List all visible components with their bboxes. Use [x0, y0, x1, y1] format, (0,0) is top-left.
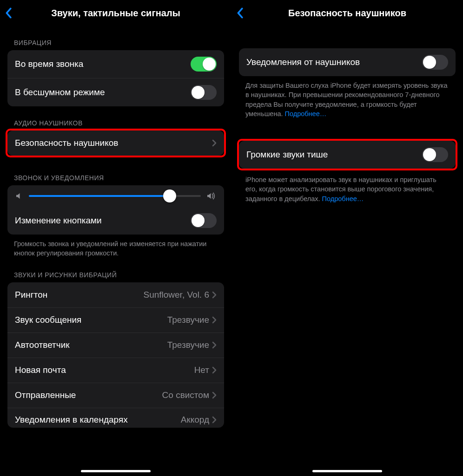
page-title: Звуки, тактильные сигналы — [51, 8, 180, 19]
row-value: Sunflower, Vol. 6 — [143, 290, 209, 300]
group-headphone-safety: Безопасность наушников — [7, 130, 224, 156]
footer-headphone-notifications: Для защиты Вашего слуха iPhone будет изм… — [232, 76, 463, 118]
row-label: Уведомления в календарях — [15, 415, 128, 425]
row-label: Новая почта — [15, 365, 66, 375]
row-vibrate-on-ring[interactable]: Во время звонка — [7, 50, 224, 78]
row-text-tone[interactable]: Звук сообщения Трезвучие — [7, 307, 224, 333]
volume-high-icon — [206, 192, 217, 200]
volume-slider[interactable] — [29, 195, 201, 197]
chevron-right-icon — [212, 416, 217, 424]
group-vibration: Во время звонка В бесшумном режиме — [7, 50, 224, 106]
chevron-right-icon — [212, 341, 217, 349]
row-label: Уведомления от наушников — [246, 57, 360, 67]
nav-header: Звуки, тактильные сигналы — [0, 0, 232, 26]
footer-ringer: Громкость звонка и уведомлений не изменя… — [0, 235, 232, 258]
footer-reduce-loud: iPhone может анализировать звук в наушни… — [232, 169, 463, 203]
row-value: Трезвучие — [167, 315, 209, 325]
toggle-change-with-buttons[interactable] — [191, 213, 217, 228]
row-volume-slider[interactable] — [7, 185, 224, 207]
section-header-ringer: ЗВОНОК И УВЕДОМЛЕНИЯ — [0, 156, 232, 185]
volume-low-icon — [15, 192, 23, 200]
row-new-mail[interactable]: Новая почта Нет — [7, 358, 224, 383]
learn-more-link[interactable]: Подробнее… — [322, 195, 364, 202]
toggle-knob — [423, 56, 436, 69]
section-header-vibration: ВИБРАЦИЯ — [0, 26, 232, 50]
toggle-knob — [203, 58, 216, 71]
row-label: Безопасность наушников — [15, 138, 118, 148]
row-value: Трезвучие — [167, 340, 209, 350]
row-headphone-notifications[interactable]: Уведомления от наушников — [239, 48, 456, 76]
chevron-right-icon — [212, 139, 217, 147]
learn-more-link[interactable]: Подробнее… — [285, 110, 327, 117]
back-button[interactable] — [236, 7, 244, 19]
section-header-headphone-audio: АУДИО НАУШНИКОВ — [0, 106, 232, 130]
chevron-right-icon — [212, 291, 217, 299]
row-headphone-safety[interactable]: Безопасность наушников — [7, 130, 224, 156]
toggle-reduce-loud[interactable] — [422, 147, 448, 162]
toggle-knob — [423, 148, 436, 161]
chevron-right-icon — [212, 391, 217, 399]
row-value: Со свистом — [162, 390, 209, 400]
toggle-vibrate-on-ring[interactable] — [191, 57, 217, 72]
nav-header: Безопасность наушников — [232, 0, 463, 26]
footer-text-body: Для защиты Вашего слуха iPhone будет изм… — [245, 82, 447, 117]
row-label: Автоответчик — [15, 340, 70, 350]
row-label: Звук сообщения — [15, 315, 81, 325]
row-vibrate-on-silent[interactable]: В бесшумном режиме — [7, 78, 224, 106]
highlight-reduce-loud: Громкие звуки тише — [237, 139, 457, 170]
row-voicemail[interactable]: Автоответчик Трезвучие — [7, 333, 224, 358]
row-label: В бесшумном режиме — [15, 87, 105, 98]
row-sent-mail[interactable]: Отправленные Со свистом — [7, 383, 224, 408]
row-label: Во время звонка — [15, 59, 83, 69]
group-sounds-patterns: Рингтон Sunflower, Vol. 6 Звук сообщения… — [7, 282, 224, 428]
row-value: Аккорд — [181, 415, 209, 425]
chevron-right-icon — [212, 366, 217, 374]
highlight-headphone-safety: Безопасность наушников — [6, 129, 226, 157]
row-label: Изменение кнопками — [15, 215, 102, 226]
row-label: Громкие звуки тише — [246, 150, 328, 160]
slider-knob[interactable] — [163, 189, 176, 202]
chevron-right-icon — [212, 316, 217, 324]
row-calendar-alerts[interactable]: Уведомления в календарях Аккорд — [7, 408, 224, 428]
chevron-left-icon — [5, 7, 12, 19]
row-value: Нет — [194, 365, 209, 375]
slider-fill — [29, 195, 170, 197]
home-indicator[interactable] — [312, 470, 382, 472]
row-label: Отправленные — [15, 390, 76, 400]
section-header-sounds-patterns: ЗВУКИ И РИСУНКИ ВИБРАЦИЙ — [0, 258, 232, 282]
toggle-vibrate-on-silent[interactable] — [191, 85, 217, 100]
screen-headphone-safety: Безопасность наушников Уведомления от на… — [232, 0, 463, 476]
toggle-knob — [192, 86, 205, 99]
home-indicator[interactable] — [81, 470, 151, 472]
group-ringer: Изменение кнопками — [7, 185, 224, 235]
row-reduce-loud[interactable]: Громкие звуки тише — [239, 141, 456, 169]
back-button[interactable] — [5, 7, 12, 19]
screen-sounds-haptics: Звуки, тактильные сигналы ВИБРАЦИЯ Во вр… — [0, 0, 232, 476]
row-label: Рингтон — [15, 290, 47, 300]
page-title: Безопасность наушников — [288, 8, 406, 19]
toggle-knob — [192, 214, 205, 227]
group-headphone-notifications: Уведомления от наушников — [239, 48, 456, 76]
row-ringtone[interactable]: Рингтон Sunflower, Vol. 6 — [7, 282, 224, 307]
group-reduce-loud: Громкие звуки тише — [239, 141, 456, 169]
toggle-headphone-notifications[interactable] — [422, 55, 448, 70]
chevron-left-icon — [236, 7, 244, 19]
row-change-with-buttons[interactable]: Изменение кнопками — [7, 207, 224, 235]
